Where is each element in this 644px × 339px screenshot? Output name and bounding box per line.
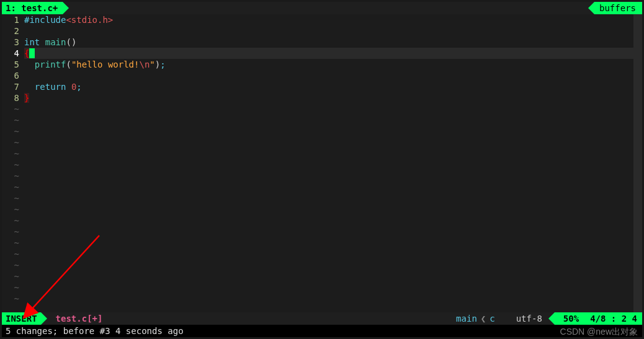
scrollbar-vertical[interactable] <box>633 14 642 312</box>
code-line <box>24 25 642 37</box>
position-segment: 4/8 : 2 4 <box>585 312 642 325</box>
code-line: } <box>24 92 642 103</box>
percent-segment: 50% <box>555 312 585 325</box>
filename-segment: test.c[+] <box>41 312 109 325</box>
line-number-gutter: 1 2 3 4 5 6 7 8 ~ ~ ~ ~ ~ ~ ~ ~ ~ ~ ~ ~ … <box>2 14 24 312</box>
code-line: #include<stdio.h> <box>24 14 642 25</box>
code-content[interactable]: #include<stdio.h> int main() { printf("h… <box>24 14 642 312</box>
tab-buffers[interactable]: buffers <box>594 2 642 14</box>
message-bar: 5 changes; before #3 4 seconds ago <box>2 325 642 337</box>
code-line-current: { <box>24 48 642 59</box>
tab-current-file[interactable]: 1: test.c+ <box>2 2 63 14</box>
cursor-icon <box>29 48 35 58</box>
code-line: int main() <box>24 37 642 48</box>
code-line <box>24 70 642 81</box>
chevron-left-icon: ❮ <box>481 314 486 324</box>
code-editor[interactable]: 1 2 3 4 5 6 7 8 ~ ~ ~ ~ ~ ~ ~ ~ ~ ~ ~ ~ … <box>2 14 642 312</box>
tab-bar: 1: test.c+ buffers <box>2 2 642 14</box>
watermark: CSDN @new出对象 <box>560 327 638 338</box>
editor-mode: INSERT <box>2 312 41 325</box>
status-bar: INSERT test.c[+] main ❮ c utf-8 50% 4/8 … <box>2 312 642 325</box>
git-segment: main ❮ c <box>447 312 504 325</box>
encoding-segment: utf-8 <box>504 312 555 325</box>
code-line: printf("hello world!\n"); <box>24 59 642 70</box>
code-line: return 0; <box>24 81 642 92</box>
